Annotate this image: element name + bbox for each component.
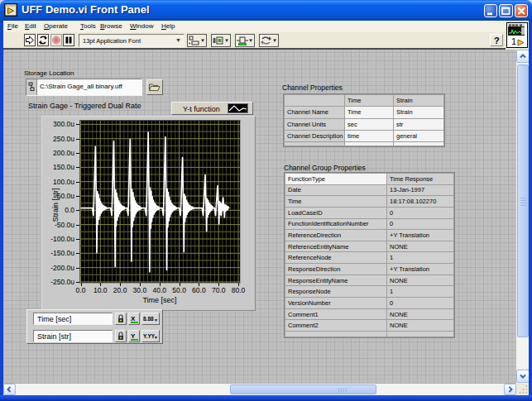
svg-text:1: 1 — [511, 36, 516, 46]
